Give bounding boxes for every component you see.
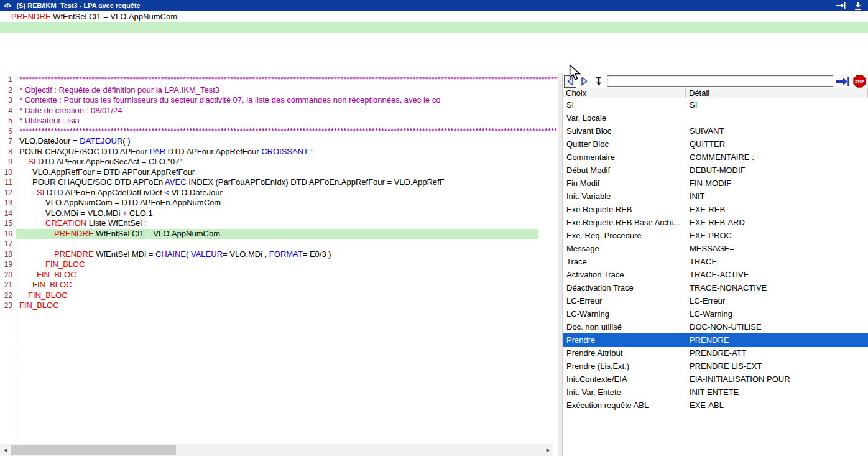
- choice-row[interactable]: Prendre (Lis.Ext.)PRENDRE LIS-EXT: [563, 360, 868, 373]
- code-line[interactable]: 13VLO.AppNumCom = DTD APFoEn.AppNumCom: [0, 198, 558, 208]
- code-text: ****************************************…: [15, 75, 558, 85]
- back-button[interactable]: [564, 75, 576, 88]
- detail-cell: TRACE-NONACTIVE: [686, 281, 868, 294]
- insert-command-icon[interactable]: [835, 75, 850, 88]
- choice-row[interactable]: Exe.Requete.REBEXE-REB: [563, 203, 868, 216]
- code-text: CREATION Liste WfEntSel :: [15, 218, 558, 229]
- choice-cell: LC-Erreur: [563, 294, 686, 307]
- choice-row[interactable]: PrendrePRENDRE: [563, 333, 868, 347]
- scrollbar-thumb[interactable]: [11, 445, 176, 455]
- choice-row[interactable]: Quitter BlocQUITTER: [563, 137, 868, 151]
- code-line[interactable]: 19FIN_BLOC: [0, 259, 558, 270]
- choice-row[interactable]: Activation TraceTRACE-ACTIVE: [563, 268, 868, 281]
- choice-row[interactable]: Exécution requête ABLEXE-ABL: [563, 399, 868, 412]
- code-line[interactable]: 8POUR CHAQUE/SOC DTD APFour PAR DTD APFo…: [0, 147, 558, 157]
- code-line[interactable]: 18PRENDRE WfEntSel MDi = CHAINE( VALEUR=…: [0, 249, 558, 260]
- statement-preview[interactable]: PRENDRE WfEntSel Cl1 = VLO.AppNumCom: [0, 11, 868, 22]
- code-line[interactable]: 10VLO.AppRefFour = DTD APFour.AppRefFour: [0, 167, 558, 178]
- detail-cell: TRACE-ACTIVE: [686, 268, 868, 281]
- choice-cell: Exe.Requete.REB Base Archi...: [563, 216, 686, 229]
- choice-row[interactable]: Fin ModifFIN-MODIF: [563, 177, 868, 190]
- code-line[interactable]: 3* Contexte : Pour tous les fournisseurs…: [0, 95, 558, 106]
- code-line[interactable]: 11POUR CHAQUE/SOC DTD APFoEn AVEC INDEX …: [0, 177, 558, 188]
- code-line[interactable]: 2* Objectif : Requête de définition pour…: [0, 85, 558, 96]
- detail-cell: SI: [686, 98, 868, 111]
- column-header-detail[interactable]: Détail: [686, 88, 868, 98]
- code-text: PRENDRE WfEntSel Cl1 = VLO.AppNumCom: [15, 229, 558, 240]
- code-line[interactable]: 5* Utilisateur : isia: [0, 116, 558, 126]
- code-lines: 1***************************************…: [0, 73, 558, 311]
- detail-cell: EXE-REB: [686, 203, 868, 216]
- line-number: 9: [0, 157, 15, 167]
- code-text: [15, 239, 558, 249]
- choice-cell: Var. Locale: [563, 111, 686, 124]
- download-icon[interactable]: [854, 2, 862, 10]
- choice-row[interactable]: Var. Locale: [563, 111, 868, 124]
- line-number: 17: [0, 239, 15, 249]
- code-line[interactable]: 1***************************************…: [0, 75, 558, 85]
- choice-cell: Exécution requête ABL: [563, 399, 686, 412]
- code-editor: 1***************************************…: [0, 73, 558, 444]
- panel-divider[interactable]: [558, 73, 563, 456]
- code-line[interactable]: 7VLO.DateJour = DATEJOUR( ): [0, 136, 558, 147]
- code-line[interactable]: 22FIN_BLOC: [0, 291, 558, 301]
- code-line[interactable]: 9SI DTD APFour.AppFouSecAct = CLO."07": [0, 157, 558, 167]
- choice-cell: Début Modif: [563, 164, 686, 177]
- choice-cell: Suivant Bloc: [563, 124, 686, 137]
- choice-row[interactable]: LC-WarningLC-Warning: [563, 307, 868, 320]
- horizontal-scrollbar[interactable]: ◀ ▶: [0, 444, 553, 456]
- jump-to-end-icon[interactable]: [835, 2, 846, 9]
- choice-row[interactable]: Suivant BlocSUIVANT: [563, 124, 868, 137]
- line-number: 1: [0, 75, 15, 85]
- code-line[interactable]: 14VLO.MDi = VLO.MDi + CLO.1: [0, 208, 558, 219]
- code-line[interactable]: 17: [0, 239, 558, 249]
- detail-cell: COMMENTAIRE :: [686, 151, 868, 164]
- choice-row[interactable]: LC-ErreurLC-Erreur: [563, 294, 868, 307]
- code-text: POUR CHAQUE/SOC DTD APFoEn AVEC INDEX (P…: [15, 177, 558, 188]
- choice-cell: Init.Contexte/EIA: [563, 373, 686, 386]
- choice-cell: Message: [563, 242, 686, 255]
- code-line[interactable]: 16PRENDRE WfEntSel Cl1 = VLO.AppNumCom: [0, 229, 558, 240]
- scrollbar-track[interactable]: [11, 444, 543, 456]
- choice-row[interactable]: Init.Contexte/EIAEIA-INITIALISATION POUR: [563, 373, 868, 386]
- choice-row[interactable]: Déactivation TraceTRACE-NONACTIVE: [563, 281, 868, 294]
- scroll-right-button[interactable]: ▶: [543, 444, 553, 456]
- code-line[interactable]: 21FIN_BLOC: [0, 280, 558, 291]
- code-line[interactable]: 12SI DTD APFoEn.AppCdeDatLivDef < VLO.Da…: [0, 188, 558, 198]
- line-number: 23: [0, 300, 15, 311]
- stop-button[interactable]: STOP: [852, 75, 867, 88]
- statement-preview-text: PRENDRE WfEntSel Cl1 = VLO.AppNumCom: [11, 12, 177, 21]
- choice-row[interactable]: Doc. non utiliséDOC-NON-UTILISE: [563, 320, 868, 333]
- forward-button[interactable]: [578, 75, 591, 88]
- code-line[interactable]: 6***************************************…: [0, 126, 558, 137]
- code-text: VLO.MDi = VLO.MDi + CLO.1: [15, 208, 558, 219]
- line-number: 22: [0, 291, 15, 301]
- detail-cell: LC-Erreur: [686, 294, 868, 307]
- column-header-choix[interactable]: Choix: [563, 88, 686, 98]
- choice-row[interactable]: MessageMESSAGE=: [563, 242, 868, 255]
- choice-row[interactable]: Début ModifDEBUT-MODIF: [563, 164, 868, 177]
- choice-row[interactable]: Exe.Requete.REB Base Archi...EXE-REB-ARD: [563, 216, 868, 229]
- code-line[interactable]: 20FIN_BLOC: [0, 270, 558, 281]
- line-number: 3: [0, 95, 15, 106]
- choice-cell: Doc. non utilisé: [563, 320, 686, 333]
- line-number: 11: [0, 177, 15, 188]
- scroll-left-button[interactable]: ◀: [0, 444, 11, 456]
- detail-cell: MESSAGE=: [686, 242, 868, 255]
- insert-down-button[interactable]: [593, 75, 605, 88]
- command-search-input[interactable]: [607, 75, 833, 87]
- detail-cell: PRENDRE-ATT: [686, 347, 868, 360]
- choice-row[interactable]: Init. Var. EnteteINIT ENTETE: [563, 386, 868, 399]
- line-number: 6: [0, 126, 15, 137]
- choice-row[interactable]: TraceTRACE=: [563, 255, 868, 268]
- choice-row[interactable]: Prendre AttributPRENDRE-ATT: [563, 347, 868, 360]
- code-line[interactable]: 23FIN_BLOC: [0, 300, 558, 311]
- code-line[interactable]: 4* Date de création : 08/01/24: [0, 106, 558, 116]
- window-title: (S) REB/IKM_Test3 - LPA avec requête: [16, 2, 140, 9]
- choice-row[interactable]: Init. VariableINIT: [563, 190, 868, 203]
- code-line[interactable]: 15CREATION Liste WfEntSel :: [0, 218, 558, 229]
- choice-row[interactable]: Exe. Req. ProcedureEXE-PROC: [563, 229, 868, 242]
- choice-row[interactable]: SiSI: [563, 98, 868, 111]
- choice-row[interactable]: CommentaireCOMMENTAIRE :: [563, 151, 868, 164]
- choice-cell: LC-Warning: [563, 307, 686, 320]
